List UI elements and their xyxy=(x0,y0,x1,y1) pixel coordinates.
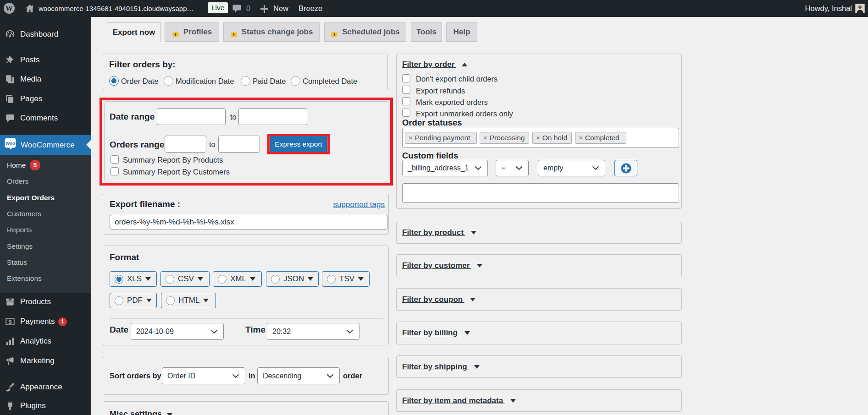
svg-text:Woo: Woo xyxy=(6,140,15,145)
svg-text:W: W xyxy=(6,5,13,12)
svg-text:$: $ xyxy=(8,319,11,325)
